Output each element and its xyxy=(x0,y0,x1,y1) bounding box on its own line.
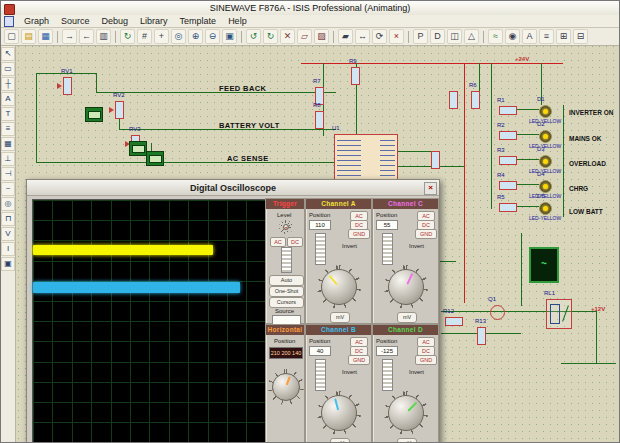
component-R6[interactable]: R6 xyxy=(471,91,480,109)
channel_b-scale-knob[interactable] xyxy=(317,391,361,435)
toolbar-icon-block-rotate[interactable]: ⟳ xyxy=(372,29,387,44)
menu-template[interactable]: Template xyxy=(174,15,223,27)
channel_c-gnd-button[interactable]: GND xyxy=(415,229,437,239)
toolbar-icon-packaging-tool[interactable]: ◫ xyxy=(447,29,462,44)
toolbar-icon-false-origin[interactable]: + xyxy=(154,29,169,44)
channel_b-gnd-button[interactable]: GND xyxy=(348,355,370,365)
component-meter[interactable] xyxy=(85,107,103,122)
sidebar-icon-component-mode[interactable]: ▭ xyxy=(1,62,15,76)
sidebar-icon-device-pin-mode[interactable]: ⊣ xyxy=(1,167,15,181)
trigger-dc-button[interactable]: DC xyxy=(287,237,303,247)
toolbar-icon-print[interactable]: ▥ xyxy=(96,29,111,44)
component-D2[interactable]: D2LED-YELLOW xyxy=(539,130,552,143)
sidebar-icon-bus-mode[interactable]: ≡ xyxy=(1,122,15,136)
sidebar-icon-voltage-probe-mode[interactable]: V xyxy=(1,227,15,241)
oscilloscope-title-bar[interactable]: Digital Oscilloscope × xyxy=(27,180,439,196)
component-meter[interactable] xyxy=(146,151,164,166)
channel_b-position-slider[interactable] xyxy=(315,359,326,391)
toolbar-icon-copy[interactable]: ▱ xyxy=(297,29,312,44)
sidebar-icon-graph-mode[interactable]: ~ xyxy=(1,182,15,196)
toolbar-icon-open-design[interactable]: ▤ xyxy=(21,29,36,44)
trigger-ac-button[interactable]: AC xyxy=(270,237,286,247)
trigger-one-shot-button[interactable]: One-Shot xyxy=(269,286,304,297)
toolbar-icon-property-assignment[interactable]: A xyxy=(522,29,537,44)
toolbar-icon-remove-sheet[interactable]: ⊟ xyxy=(573,29,588,44)
channel_a-scale-knob[interactable] xyxy=(317,265,361,309)
component-RV2[interactable]: RV2 xyxy=(115,101,124,119)
channel_c-scale-knob[interactable] xyxy=(384,265,428,309)
menu-source[interactable]: Source xyxy=(55,15,96,27)
trigger-cursors-button[interactable]: Cursors xyxy=(269,297,304,308)
component-D1[interactable]: D1LED-YELLOW xyxy=(539,105,552,118)
component-R12[interactable]: R12 xyxy=(445,317,463,326)
menu-debug[interactable]: Debug xyxy=(96,15,135,27)
menu-graph[interactable]: Graph xyxy=(18,15,55,27)
toolbar-icon-cut[interactable]: ✕ xyxy=(280,29,295,44)
toolbar-icon-wire-autorouter[interactable]: ≈ xyxy=(488,29,503,44)
toolbar-icon-make-device[interactable]: D xyxy=(430,29,445,44)
channel_c-unit-button[interactable]: mV xyxy=(397,312,417,323)
menu-library[interactable]: Library xyxy=(134,15,174,27)
title-bar[interactable]: SINEWAVE F876A - ISIS Professional (Anim… xyxy=(1,1,619,16)
toolbar-icon-new-design[interactable]: ▢ xyxy=(4,29,19,44)
channel_b-invert-button[interactable]: Invert xyxy=(342,369,357,375)
channel_a-position-slider[interactable] xyxy=(315,233,326,265)
toolbar-icon-undo[interactable]: ↺ xyxy=(246,29,261,44)
toolbar-icon-zoom-in[interactable]: ⊕ xyxy=(188,29,203,44)
sidebar-icon-tape-recorder-mode[interactable]: ◎ xyxy=(1,197,15,211)
component-D3[interactable]: D3LED-YELLOW xyxy=(539,155,552,168)
toolbar-icon-block-move[interactable]: ↔ xyxy=(355,29,370,44)
channel_d-invert-button[interactable]: Invert xyxy=(409,369,424,375)
toolbar-icon-block-delete[interactable]: × xyxy=(389,29,404,44)
component-RV1[interactable]: RV1 xyxy=(63,77,72,95)
toolbar-icon-save-design[interactable]: ▦ xyxy=(38,29,53,44)
component-RL1[interactable]: RL1 xyxy=(546,299,572,329)
toolbar-icon-redo[interactable]: ↻ xyxy=(263,29,278,44)
toolbar-icon-import-section[interactable]: → xyxy=(62,29,77,44)
toolbar-icon-refresh[interactable]: ↻ xyxy=(120,29,135,44)
sidebar-icon-current-probe-mode[interactable]: I xyxy=(1,242,15,256)
component-mini-scope[interactable]: ~ xyxy=(529,247,559,283)
toolbar-icon-search-tag[interactable]: ◉ xyxy=(505,29,520,44)
toolbar-icon-new-sheet[interactable]: ⊞ xyxy=(556,29,571,44)
sidebar-icon-text-script-mode[interactable]: T xyxy=(1,107,15,121)
menu-help[interactable]: Help xyxy=(222,15,253,27)
component-res-v[interactable] xyxy=(431,151,440,169)
channel_b-unit-button[interactable]: mV xyxy=(330,438,350,443)
component-R8[interactable]: R8 xyxy=(315,111,324,129)
sidebar-icon-generator-mode[interactable]: ⊓ xyxy=(1,212,15,226)
toolbar-icon-paste[interactable]: ▨ xyxy=(314,29,329,44)
component-res-v[interactable] xyxy=(449,91,458,109)
channel_d-scale-knob[interactable] xyxy=(384,391,428,435)
trigger-level-slider[interactable] xyxy=(281,247,292,273)
channel_d-gnd-button[interactable]: GND xyxy=(415,355,437,365)
toolbar-icon-block-copy[interactable]: ▰ xyxy=(338,29,353,44)
component-D5[interactable]: D5LED-YELLOW xyxy=(539,202,552,215)
component-D4[interactable]: D4LED-YELLOW xyxy=(539,180,552,193)
sidebar-icon-selection-mode[interactable]: ↖ xyxy=(1,47,15,61)
channel_c-invert-button[interactable]: Invert xyxy=(409,243,424,249)
channel_a-unit-button[interactable]: mV xyxy=(330,312,350,323)
sidebar-icon-subcircuit-mode[interactable]: ▦ xyxy=(1,137,15,151)
toolbar-icon-design-explorer[interactable]: ≡ xyxy=(539,29,554,44)
channel_c-position-slider[interactable] xyxy=(382,233,393,265)
toolbar-icon-pick-parts[interactable]: P xyxy=(413,29,428,44)
toolbar-icon-zoom-out[interactable]: ⊖ xyxy=(205,29,220,44)
toolbar-icon-zoom-all[interactable]: ▣ xyxy=(222,29,237,44)
component-R13[interactable]: R13 xyxy=(477,327,486,345)
toolbar-icon-decompose[interactable]: △ xyxy=(464,29,479,44)
channel_d-unit-button[interactable]: mV xyxy=(397,438,417,443)
component-R5[interactable]: R5 xyxy=(499,203,517,212)
sidebar-icon-virtual-instrument-mode[interactable]: ▣ xyxy=(1,257,15,271)
component-R4[interactable]: R4 xyxy=(499,181,517,190)
component-Q1[interactable]: Q1 xyxy=(490,305,505,320)
toolbar-icon-export-section[interactable]: ← xyxy=(79,29,94,44)
channel_a-invert-button[interactable]: Invert xyxy=(342,243,357,249)
toolbar-icon-center-at-cursor[interactable]: ◎ xyxy=(171,29,186,44)
timebase-knob[interactable] xyxy=(268,369,304,405)
component-R2[interactable]: R2 xyxy=(499,131,517,140)
trigger-level-knob[interactable] xyxy=(279,220,293,234)
component-R3[interactable]: R3 xyxy=(499,156,517,165)
component-R1[interactable]: R1 xyxy=(499,106,517,115)
sidebar-icon-wire-label-mode[interactable]: A xyxy=(1,92,15,106)
